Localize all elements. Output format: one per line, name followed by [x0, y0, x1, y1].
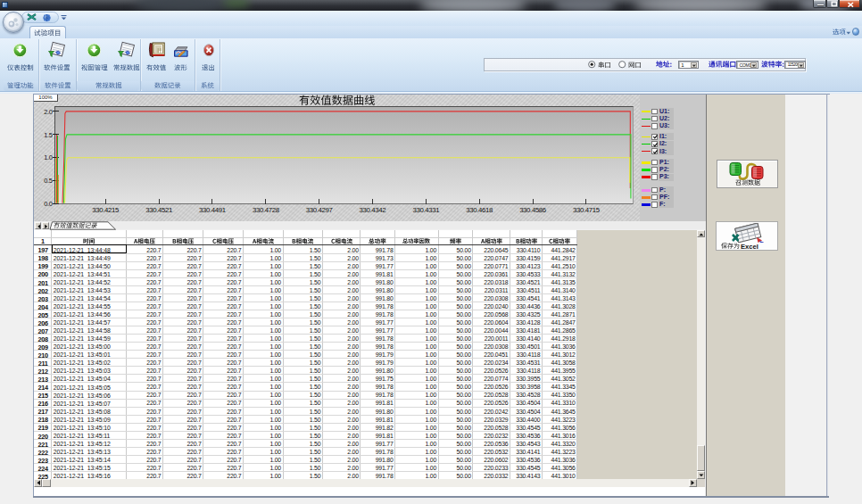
svg-text:Excel: Excel: [741, 243, 758, 251]
